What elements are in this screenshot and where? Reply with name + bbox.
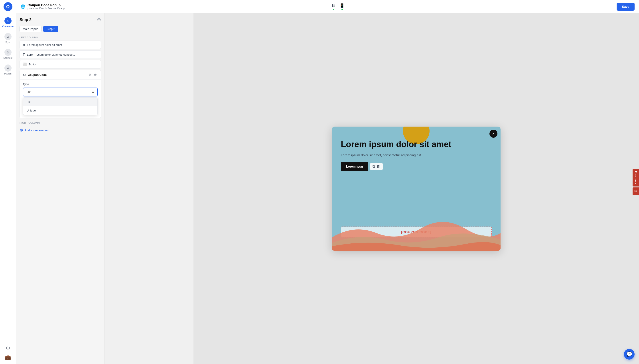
popup-main: Lorem ipsum dolor sit amet Lorem ipsum d… — [332, 126, 501, 251]
dropdown-option-unique[interactable]: Unique — [23, 106, 97, 115]
mobile-icon: 📱 — [339, 3, 345, 8]
step-circle-2: 2 — [5, 33, 12, 40]
button-element[interactable]: ⬜ Button — [20, 60, 101, 68]
main-preview: Lorem ipsum dolor sit amet Lorem ipsum d… — [193, 13, 639, 364]
desktop-active-dot — [333, 9, 334, 10]
left-column-label: LEFT COLUMN — [20, 36, 101, 39]
text-content: Lorem ipsum dolor sit amet, consec... — [27, 53, 75, 56]
step-header: Step 2 ⋯ ⊕ — [20, 17, 101, 22]
mobile-device-btn[interactable]: 📱 — [339, 3, 345, 10]
add-element-btn[interactable]: ⊕ Add a new element — [20, 126, 101, 134]
tab-step2[interactable]: Step 2 — [43, 26, 58, 32]
nav-step-style[interactable]: 2 Style — [0, 31, 16, 45]
step-add-icon[interactable]: ⊕ — [97, 17, 101, 22]
popup-btn-row: Lorem ipsu ⧉ 🗑 — [341, 162, 492, 171]
dropdown-option-fix[interactable]: Fix — [23, 98, 97, 106]
nav-step-customize[interactable]: 1 Customize — [0, 16, 16, 30]
type-select[interactable]: Fix ∧ — [23, 88, 98, 96]
text-icon: T — [23, 53, 25, 56]
app-logo[interactable]: O — [4, 2, 13, 11]
type-label: Type — [23, 83, 98, 86]
coupon-icon: 🏷 — [23, 73, 26, 76]
step-circle-1: 1 — [5, 17, 12, 24]
text-element[interactable]: T Lorem ipsum dolor sit amet, consec... — [20, 50, 101, 59]
popup-heading: Lorem ipsum dolor sit amet — [341, 140, 492, 149]
popup-delete-icon[interactable]: 🗑 — [377, 164, 380, 168]
popup-name: Coupon Code Popup — [28, 3, 65, 7]
tab-row: Main Popup Step 2 — [20, 26, 101, 32]
coupon-title: Coupon Code — [28, 73, 88, 76]
desktop-icon: 🖥 — [331, 3, 336, 8]
device-switcher: 🖥 📱 ⋯ — [69, 3, 616, 10]
coupon-delete-btn[interactable]: 🗑 — [93, 72, 98, 77]
mobile-active-dot — [342, 9, 343, 10]
popup-content: Lorem ipsum dolor sit amet Lorem ipsum d… — [341, 140, 492, 174]
tab-main-popup[interactable]: Main Popup — [20, 26, 42, 32]
feedback-tab[interactable]: Feedback — [632, 169, 639, 186]
add-circle-icon: ⊕ — [20, 128, 23, 132]
popup-close-button[interactable]: × — [489, 130, 497, 138]
coupon-body: Type Fix ∧ Fix Unique — [20, 80, 101, 118]
popup-waves — [332, 211, 501, 251]
nav-step-publish[interactable]: 4 Publish — [0, 63, 16, 77]
right-column-label: RIGHT COLUMN — [20, 122, 101, 124]
step-circle-4: 4 — [5, 64, 12, 72]
coupon-copy-btn[interactable]: ⧉ — [88, 72, 92, 77]
feedback-mail-icon[interactable]: ✉ — [632, 187, 639, 195]
chevron-up-icon: ∧ — [92, 90, 94, 94]
heading-text: Lorem ipsum dolor sit amet — [27, 43, 62, 46]
settings-icon[interactable]: ⚙ — [6, 346, 10, 351]
popup-cta-button[interactable]: Lorem ipsu — [341, 162, 368, 171]
coupon-code-card: 🏷 Coupon Code ⧉ 🗑 Type Fix ∧ Fix Unique — [20, 70, 101, 118]
popup-btn-actions: ⧉ 🗑 — [370, 163, 383, 170]
step-label-segment: Segment — [3, 57, 12, 59]
heading-element[interactable]: H Lorem ipsum dolor sit amet — [20, 40, 101, 49]
site-url: poetic-muffin-cbc3ee.netlify.app — [28, 7, 65, 10]
step-label-style: Style — [5, 41, 10, 44]
step-title: Step 2 — [20, 18, 32, 22]
step-more-icon[interactable]: ⋯ — [33, 17, 37, 22]
step-label-customize: Customize — [2, 25, 14, 28]
nav-bottom: ⚙ 💼 — [5, 346, 11, 364]
type-dropdown: Fix Unique — [23, 97, 98, 115]
site-info: Coupon Code Popup poetic-muffin-cbc3ee.n… — [28, 3, 65, 10]
coupon-card-header: 🏷 Coupon Code ⧉ 🗑 — [20, 70, 101, 80]
globe-icon: 🌐 — [21, 4, 25, 9]
selected-value: Fix — [27, 90, 31, 94]
add-element-label: Add a new element — [25, 128, 49, 132]
briefcase-icon[interactable]: 💼 — [5, 355, 11, 360]
top-bar: 🌐 Coupon Code Popup poetic-muffin-cbc3ee… — [16, 0, 639, 13]
sidebar-panel: Step 2 ⋯ ⊕ Main Popup Step 2 LEFT COLUMN… — [16, 13, 105, 364]
popup-copy-icon[interactable]: ⧉ — [373, 164, 375, 168]
nav-step-segment[interactable]: 3 Segment — [0, 47, 16, 61]
popup-subtext: Lorem ipsum dolor sit amet, consectetur … — [341, 153, 492, 158]
popup-preview: Lorem ipsum dolor sit amet Lorem ipsum d… — [332, 126, 501, 251]
step-label-publish: Publish — [4, 72, 12, 75]
heading-icon: H — [23, 43, 25, 46]
feedback-tab-container: Feedback ✉ — [632, 169, 639, 195]
more-options-icon[interactable]: ⋯ — [350, 4, 355, 9]
coupon-actions: ⧉ 🗑 — [88, 72, 98, 77]
button-label: Button — [29, 63, 37, 66]
chat-button[interactable]: 💬 — [624, 349, 634, 360]
save-button[interactable]: Save — [616, 3, 634, 11]
button-icon: ⬜ — [23, 62, 27, 66]
left-navigation: O 1 Customize 2 Style 3 Segment 4 Publis… — [0, 0, 16, 364]
step-circle-3: 3 — [5, 49, 12, 56]
desktop-device-btn[interactable]: 🖥 — [331, 3, 336, 10]
